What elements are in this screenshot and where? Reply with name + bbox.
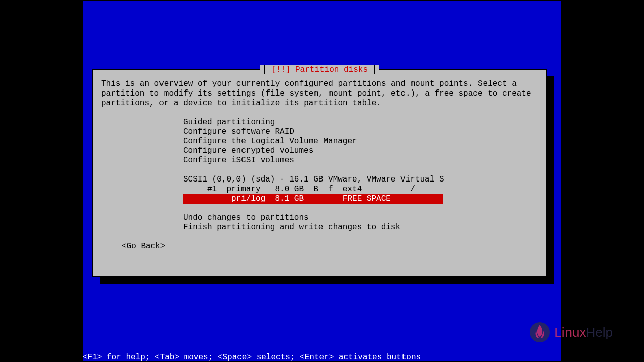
menu-undo-changes[interactable]: Undo changes to partitions (183, 213, 538, 223)
menu-spacer (183, 165, 538, 175)
partition-primary[interactable]: #1 primary 8.0 GB B f ext4 / (183, 185, 538, 194)
menu-configure-raid[interactable]: Configure software RAID (183, 127, 538, 137)
menu-spacer-2 (183, 204, 538, 213)
logo-text: LinuxHelp (554, 325, 613, 340)
linuxhelp-logo: LinuxHelp (529, 322, 613, 343)
dialog-description: This is an overview of your currently co… (101, 79, 538, 108)
menu-configure-lvm[interactable]: Configure the Logical Volume Manager (183, 137, 538, 146)
partition-dialog: [!!] Partition disks This is an overview… (92, 69, 547, 277)
disk-header[interactable]: SCSI1 (0,0,0) (sda) - 16.1 GB VMware, VM… (183, 175, 538, 185)
menu-configure-encrypted[interactable]: Configure encrypted volumes (183, 146, 538, 156)
logo-flame-icon (529, 322, 550, 343)
dialog-content: This is an overview of your currently co… (93, 70, 546, 260)
dialog-title: [!!] Partition disks (264, 65, 375, 74)
menu-configure-iscsi[interactable]: Configure iSCSI volumes (183, 156, 538, 165)
menu-finish-partitioning[interactable]: Finish partitioning and write changes to… (183, 223, 538, 232)
partition-menu: Guided partitioning Configure software R… (183, 118, 538, 232)
dialog-title-container: [!!] Partition disks (93, 65, 546, 74)
partition-free-space[interactable]: pri/log 8.1 GB FREE SPACE (183, 194, 538, 204)
help-bar: <F1> for help; <Tab> moves; <Space> sele… (83, 353, 421, 362)
menu-guided-partitioning[interactable]: Guided partitioning (183, 118, 538, 127)
go-back-button[interactable]: <Go Back> (122, 242, 538, 251)
